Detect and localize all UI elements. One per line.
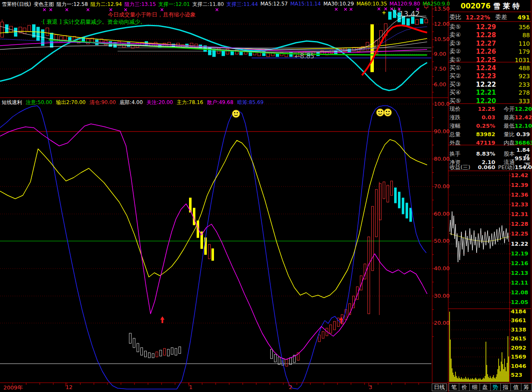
indicator-param-value: 清仓:90.00 — [89, 99, 115, 106]
minichart-price-label: 12.08 — [511, 289, 528, 296]
indicator-param-value: 主力:78.16 — [177, 99, 203, 106]
header-indicator-value: MA60:10.35 — [356, 1, 387, 8]
indicator-axis-label: 70.00 — [434, 183, 450, 189]
book-volume: 179 — [496, 48, 531, 55]
high-price-annotation: 13.42 — [399, 10, 420, 18]
stat-label: 涨跌 — [450, 114, 473, 121]
minichart-price-label: 12.25 — [511, 230, 528, 237]
indicator-param-value: 底部:4.00 — [120, 99, 143, 106]
bid-row[interactable]: 买①12.24488 — [450, 64, 531, 72]
stat-label: 量比 — [495, 131, 515, 138]
minichart-price-label: 12.28 — [511, 221, 528, 227]
support-price-annotation: ←8.85 — [295, 52, 314, 60]
book-price: 12.26 — [465, 48, 496, 55]
bid-row[interactable]: 买③12.22233 — [450, 80, 531, 88]
indicator-axis-label: 20.00 — [434, 320, 450, 326]
stat-row: 涨跌0.03最高12.42 — [450, 113, 531, 121]
indicator-name[interactable]: 短线速利 — [2, 99, 22, 106]
stat-label: 收益(三) — [450, 164, 473, 171]
book-level-label: 卖③ — [450, 40, 465, 47]
main-axis-label: 7.50 — [434, 66, 446, 72]
book-volume: 923 — [496, 73, 531, 79]
book-level-label: 卖② — [450, 48, 465, 55]
main-chart-header: 雪莱特(日线) 变色主图 阻力一:12.58阻力二:12.94阻力三:13.15… — [2, 1, 450, 8]
book-price: 12.24 — [465, 64, 496, 72]
bid-row[interactable]: 买⑤12.20333 — [450, 97, 531, 105]
tab-笔[interactable]: 笔 — [449, 383, 459, 391]
book-level-label: 卖⑤ — [450, 23, 465, 31]
ask-row[interactable]: 卖④12.2888 — [450, 31, 531, 39]
quote-title[interactable]: 002076 雪 莱 特 — [449, 1, 531, 11]
timeline-label: 1 — [189, 384, 192, 390]
tab-指[interactable]: 指 — [500, 383, 511, 391]
stat-value: 0.060 — [473, 164, 495, 170]
stat-value: 0.39 — [515, 131, 531, 137]
stat-value: 12.42 — [515, 114, 532, 121]
tab-值[interactable]: 值 — [510, 383, 521, 391]
indicator-axis-label: 90.00 — [434, 128, 450, 134]
minichart-price-label: 12.13 — [511, 270, 528, 276]
book-level-label: 买④ — [450, 89, 465, 96]
stat-label: 今开 — [495, 105, 515, 113]
indicator-param-value: 关注:20.00 — [147, 99, 173, 106]
ask-row[interactable]: 卖③12.27110 — [450, 39, 531, 47]
ask-row[interactable]: 卖②12.26179 — [450, 48, 531, 56]
timeline-label: 3 — [369, 384, 372, 390]
stock-title: 雪莱特(日线) — [2, 1, 31, 8]
book-price: 12.23 — [465, 72, 496, 80]
book-price: 12.28 — [465, 31, 496, 39]
indicator-axis-label: 30.00 — [434, 293, 450, 299]
minichart-price-label: 12.42 — [511, 172, 528, 178]
book-volume: 356 — [496, 24, 531, 30]
book-volume: 278 — [496, 89, 531, 96]
tab-盘[interactable]: 盘 — [480, 383, 490, 391]
volume-alert-text: 今日成交量小于昨日，且有缩小迹象 — [108, 11, 196, 19]
book-level-label: 卖④ — [450, 31, 465, 39]
bid-row[interactable]: 买④12.21278 — [450, 89, 531, 97]
stat-label: 最高 — [495, 114, 515, 121]
tab-势[interactable]: 势 — [490, 383, 501, 391]
indicator-param-value: 注意:50.00 — [26, 99, 52, 106]
weicha-label: 委差 — [490, 14, 507, 21]
weibi-label: 委比 — [450, 14, 464, 21]
header-indicator-value: 阻力二:12.94 — [90, 1, 122, 8]
timeline-label: 2 — [289, 384, 292, 390]
header-indicator-value: 支撑二:11.80 — [192, 1, 224, 8]
tab-筹[interactable]: 筹 — [521, 383, 532, 391]
trading-terminal: 雪莱特(日线) 变色主图 阻力一:12.58阻力二:12.94阻力三:13.15… — [0, 0, 532, 392]
stat-value: 12.10 — [515, 123, 532, 129]
stat-row: 外盘47119内盘36863 — [450, 139, 531, 147]
stat-row: 净资2.10流通9511万 — [450, 155, 531, 163]
bottom-tab-strip: 笔价细盘势指值筹 — [449, 383, 532, 391]
stat-value: 12.20 — [515, 106, 532, 112]
volume-axis-label: 3661 — [511, 317, 526, 323]
stat-label: 涨幅 — [450, 122, 473, 130]
volume-axis-label: 2092 — [511, 345, 526, 351]
stat-row: 收益(三)0.060PE(动)154.0 — [450, 163, 531, 171]
ask-row[interactable]: 卖⑤12.29356 — [450, 23, 531, 31]
weicha-value: 491 — [507, 14, 531, 21]
ask-row[interactable]: 卖①12.251031 — [450, 56, 531, 64]
chart-style-label: 变色主图 — [33, 1, 54, 8]
minichart-price-label: 12.22 — [511, 241, 528, 247]
bid-row[interactable]: 买②12.23923 — [450, 72, 531, 80]
book-level-label: 买① — [450, 64, 465, 72]
book-price: 12.20 — [465, 97, 496, 105]
indicator-axis-label: 60.00 — [434, 211, 450, 217]
book-volume: 333 — [496, 98, 531, 104]
minichart-price-label: 12.11 — [511, 280, 528, 286]
header-indicator-value: 阻力一:12.58 — [56, 1, 88, 8]
tab-细[interactable]: 细 — [469, 383, 480, 391]
header-indicator-value: 支撑三:11.44 — [226, 1, 258, 8]
trend-alert-text: ·[ 衰退 ] 实计交易量减少。资金动向减少。 — [41, 18, 146, 26]
header-indicator-value: MA120:9.80 — [389, 1, 420, 8]
weibi-value: 12.22% — [464, 14, 490, 21]
book-level-label: 买③ — [450, 81, 465, 88]
stat-value: 12.25 — [473, 106, 495, 112]
book-volume: 233 — [496, 81, 531, 88]
tab-价[interactable]: 价 — [459, 383, 469, 391]
stat-row: 总量83982量比0.39 — [450, 130, 531, 138]
main-axis-label: 6.00 — [434, 81, 446, 88]
stock-code: 002076 — [461, 2, 491, 10]
period-button[interactable]: 日线 — [432, 384, 447, 391]
